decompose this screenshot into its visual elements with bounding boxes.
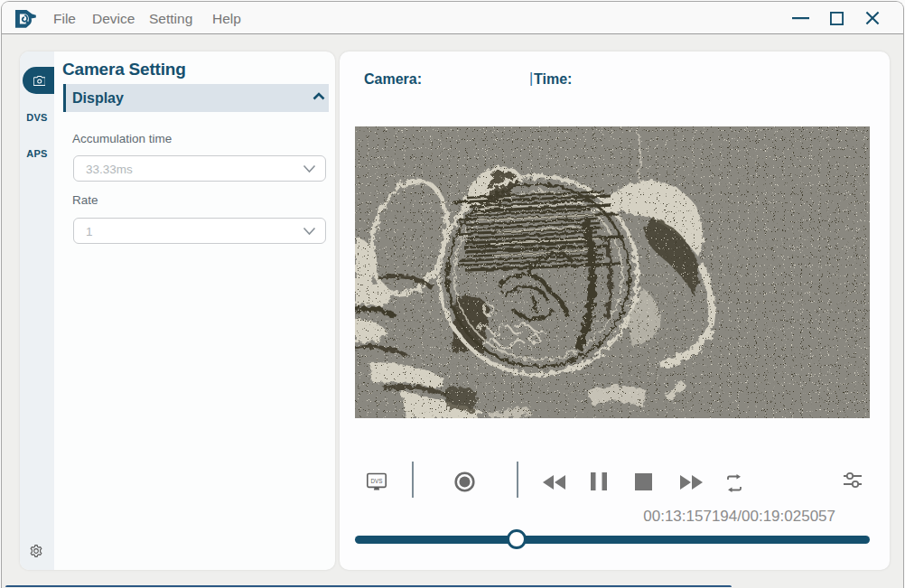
svg-text:DVS: DVS <box>371 478 383 484</box>
